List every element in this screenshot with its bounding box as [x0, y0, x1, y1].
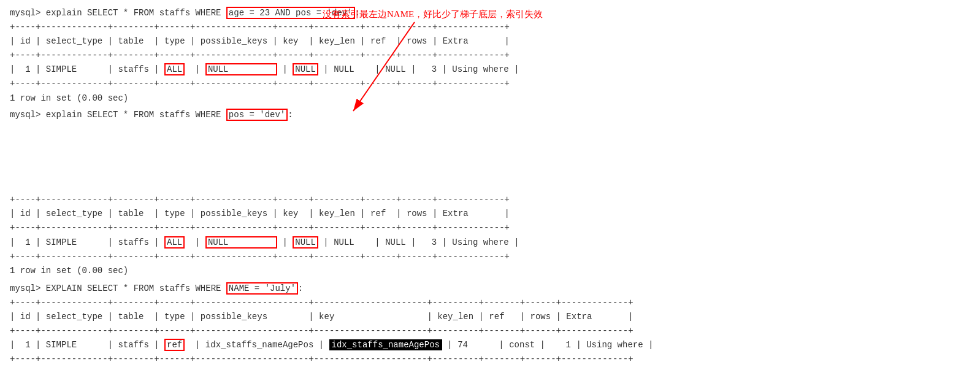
block2-header: | id | select_type | table | type | poss…: [10, 207, 970, 221]
block2-command: mysql> explain SELECT * FROM staffs WHER…: [10, 108, 970, 193]
block2-sep2: +----+-------------+--------+------+----…: [10, 221, 970, 235]
block3-highlight: NAME = 'July': [226, 282, 298, 295]
block3-command: mysql> EXPLAIN SELECT * FROM staffs WHER…: [10, 282, 970, 296]
block3-sep1: +----+-------------+--------+------+----…: [10, 296, 970, 310]
block3: mysql> EXPLAIN SELECT * FROM staffs WHER…: [10, 282, 970, 367]
block2-highlight: pos = 'dev': [226, 109, 288, 121]
annotation-text: 没有索引最左边NAME，好比少了梯子底层，索引失效: [323, 7, 543, 22]
annotation-wrapper: mysql> explain SELECT * FROM staffs WHER…: [10, 108, 970, 278]
block2-sep1: +----+-------------+--------+------+----…: [10, 193, 970, 207]
block1-header: | id | select_type | table | type | poss…: [10, 34, 970, 48]
block1-rowcount: 1 row in set (0.00 sec): [10, 91, 970, 106]
block3-sep3: +----+-------------+--------+------+----…: [10, 352, 970, 366]
block2-rowcount: 1 row in set (0.00 sec): [10, 264, 970, 278]
block3-header: | id | select_type | table | type | poss…: [10, 310, 970, 324]
block1-sep3: +----+-------------+--------+------+----…: [10, 77, 970, 91]
block1-datarow: | 1 | SIMPLE | staffs | ALL | NULL | NUL…: [10, 63, 970, 77]
terminal-container: mysql> explain SELECT * FROM staffs WHER…: [10, 6, 970, 366]
block2-sep3: +----+-------------+--------+------+----…: [10, 250, 970, 264]
block1-sep1: +----+-------------+--------+------+----…: [10, 20, 970, 34]
block3-datarow: | 1 | SIMPLE | staffs | ref | idx_staffs…: [10, 338, 970, 352]
block2-datarow: | 1 | SIMPLE | staffs | ALL | NULL | NUL…: [10, 236, 970, 250]
block2: mysql> explain SELECT * FROM staffs WHER…: [10, 108, 970, 278]
block3-sep2: +----+-------------+--------+------+----…: [10, 324, 970, 338]
block1-sep2: +----+-------------+--------+------+----…: [10, 48, 970, 63]
